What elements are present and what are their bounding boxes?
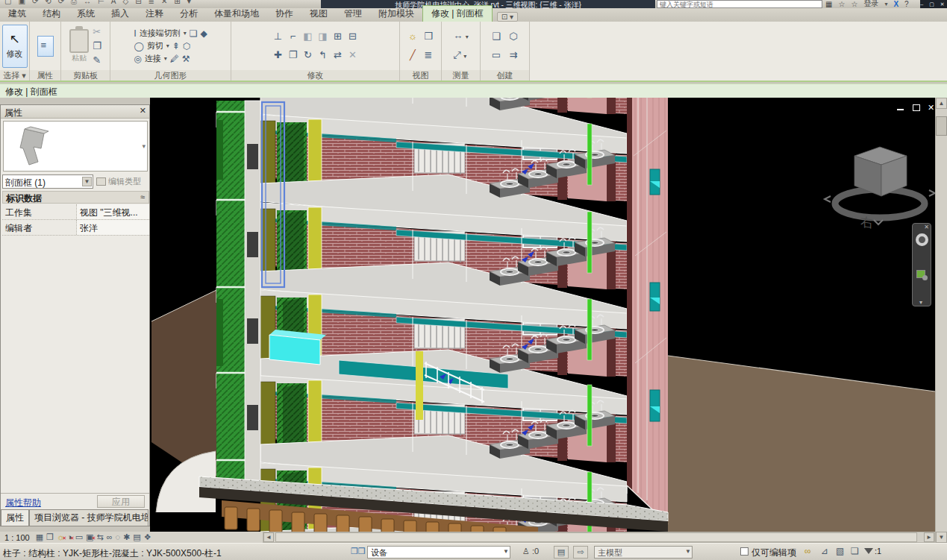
split-icon[interactable]: ⊞: [334, 31, 342, 43]
save-icon[interactable]: ▣: [18, 0, 25, 6]
undo-icon[interactable]: ⟲: [45, 0, 51, 6]
shadows-icon[interactable]: ◑✕: [67, 532, 72, 542]
close-hidden-icon[interactable]: ✕: [161, 0, 167, 6]
crop-view-icon[interactable]: ▭: [75, 532, 83, 542]
text-icon[interactable]: A: [111, 0, 116, 6]
worksharing-display-icon[interactable]: ✱: [123, 532, 130, 542]
modify-tool-button[interactable]: ↖ 修改: [2, 25, 28, 68]
tab-manage[interactable]: 管理: [336, 6, 370, 22]
analytical-icon[interactable]: ❖: [144, 532, 151, 542]
temporary-view-icon[interactable]: ▤: [133, 532, 140, 542]
tab-massing-site[interactable]: 体量和场地: [206, 6, 267, 22]
tab-architecture[interactable]: 建筑: [0, 6, 34, 22]
design-options-icon[interactable]: ▤: [554, 546, 569, 559]
exclude-options-icon[interactable]: ▧: [836, 546, 844, 556]
signin-button[interactable]: 登录: [863, 0, 878, 8]
properties-close-icon[interactable]: ✕: [140, 106, 146, 116]
cut-icon[interactable]: ✂: [93, 26, 101, 38]
drawing-area[interactable]: 右 ✕ ✕ ▾: [150, 98, 935, 541]
edit-type-button[interactable]: 编辑类型: [96, 174, 149, 189]
glasses-icon[interactable]: ∞: [804, 546, 811, 556]
trim-icon[interactable]: ↰: [319, 49, 327, 61]
assembly-icon[interactable]: ⬡: [509, 31, 517, 43]
design-option-select[interactable]: 主模型▼: [594, 546, 693, 559]
scroll-up-icon[interactable]: ▲: [936, 98, 947, 109]
scroll-left-icon[interactable]: ◄: [263, 532, 274, 542]
dimension-tool-icon[interactable]: ⤢ ▾: [453, 49, 469, 63]
detail-level-icon[interactable]: ▦: [36, 532, 43, 542]
quick-access-toolbar[interactable]: ▢ ▣ ⟳ ⟲ ⟳ ⎙ ↔ ⊢ A ◇ ⊟ ≣ ✕ ⊞ ▾: [0, 0, 191, 6]
render-icon[interactable]: ❒: [424, 31, 433, 43]
sync-icon[interactable]: ⟳: [32, 0, 38, 6]
editor-value[interactable]: 张洋: [77, 220, 149, 235]
properties-header[interactable]: 属性 ✕: [1, 105, 149, 119]
paste-button[interactable]: 粘贴: [69, 29, 89, 63]
ruler-icon[interactable]: ↔ ▾: [453, 30, 469, 43]
horizontal-scroll-thumb[interactable]: [275, 532, 917, 542]
filter-funnel-icon[interactable]: [864, 548, 873, 554]
preview-dropdown-icon[interactable]: ▾: [142, 142, 146, 150]
navbar-dropdown-icon[interactable]: ▾: [919, 299, 922, 306]
collapse-chevron-icon[interactable]: ≈: [140, 192, 145, 201]
add-to-set-icon[interactable]: ⇨: [573, 546, 588, 559]
cut-profile-button[interactable]: Ⅰ连接端切割▾❏◆: [134, 28, 207, 39]
delete-icon[interactable]: ✕: [349, 49, 357, 61]
3d-view-icon[interactable]: ◇: [122, 0, 128, 6]
star-icon[interactable]: ☆: [851, 0, 857, 8]
temporary-hide-icon[interactable]: ∞: [107, 532, 113, 542]
type-selector[interactable]: 剖面框 (1) ▼: [2, 174, 93, 189]
print-icon[interactable]: ⎙: [71, 0, 77, 6]
exchange-grid-icon[interactable]: ▦: [825, 0, 832, 8]
window-controls-top[interactable]: – ▢ ✕: [920, 0, 947, 8]
mirror-axis-icon[interactable]: ◧: [303, 31, 312, 43]
tab-modify-section-box[interactable]: 修改 | 剖面框: [422, 5, 493, 22]
move-icon[interactable]: ✚: [274, 49, 282, 61]
open-icon[interactable]: ▢: [4, 0, 11, 6]
array-icon[interactable]: ⇄: [334, 49, 342, 61]
apply-button[interactable]: 应用: [97, 495, 145, 508]
navigation-bar[interactable]: ✕ ▾: [912, 223, 931, 306]
tab-addins[interactable]: 附加模块: [370, 6, 422, 22]
offset-tool-icon[interactable]: ⌐: [290, 31, 296, 43]
crop-region-icon[interactable]: ▣✕: [86, 532, 93, 542]
tab-properties-palette[interactable]: 属性: [1, 509, 29, 526]
cut-geometry-button[interactable]: ◯剪切▾⇞⬡: [134, 40, 207, 51]
identity-data-header[interactable]: 标识数据 ≈: [2, 191, 149, 204]
zoom-icon[interactable]: [916, 270, 925, 278]
tab-view[interactable]: 视图: [301, 6, 336, 22]
thin-lines-icon[interactable]: ≣: [149, 0, 154, 6]
modify-state-dropdown[interactable]: ⊡ ▾: [497, 12, 518, 22]
worksets-icon[interactable]: ❒❒: [351, 547, 366, 556]
section-icon[interactable]: ⊟: [135, 0, 141, 6]
group-icon[interactable]: ❑: [492, 31, 501, 43]
split-gap-icon[interactable]: ⊟: [349, 31, 357, 43]
editing-requests-indicator[interactable]: ♙ :0: [522, 547, 539, 556]
panel-caption-select[interactable]: 选择 ▾: [0, 70, 29, 81]
redo-icon[interactable]: ⟳: [58, 0, 64, 6]
scroll-right-icon[interactable]: ►: [924, 532, 934, 542]
parts-icon[interactable]: ▭: [492, 49, 501, 61]
type-selector-dropdown-icon[interactable]: ▼: [82, 177, 92, 186]
locked-3d-icon[interactable]: ⇆: [96, 532, 103, 542]
properties-help-link[interactable]: 属性帮助: [5, 497, 41, 509]
join-geometry-button[interactable]: ◎连接▾🖉⚒: [134, 53, 207, 64]
editable-only-checkbox[interactable]: [740, 547, 748, 556]
switch-windows-icon[interactable]: ⊞: [174, 0, 180, 6]
qat-dropdown-icon[interactable]: ▾: [187, 0, 191, 6]
properties-icon[interactable]: [37, 36, 54, 57]
brush-icon[interactable]: ╱: [410, 49, 416, 61]
tab-structure[interactable]: 结构: [34, 6, 69, 22]
vertical-scrollbar[interactable]: ▲ ▼: [935, 98, 947, 543]
measure-icon[interactable]: ↔: [84, 0, 91, 6]
mirror-line-icon[interactable]: ◨: [318, 31, 327, 43]
workset-value[interactable]: 视图 "三维视...: [77, 204, 149, 219]
similar-icon[interactable]: ⇉: [510, 49, 518, 61]
exchange-apps-icon[interactable]: X: [893, 0, 898, 8]
restore-icon[interactable]: [912, 104, 921, 111]
vertical-scroll-thumb[interactable]: [936, 116, 947, 136]
tab-annotate[interactable]: 注释: [137, 6, 172, 22]
scale-button[interactable]: 1 : 100: [4, 533, 30, 542]
active-workset-select[interactable]: 设备▼: [367, 546, 510, 559]
visual-style-icon[interactable]: ❒: [46, 532, 54, 542]
press-drag-icon[interactable]: ⊿: [821, 546, 828, 556]
